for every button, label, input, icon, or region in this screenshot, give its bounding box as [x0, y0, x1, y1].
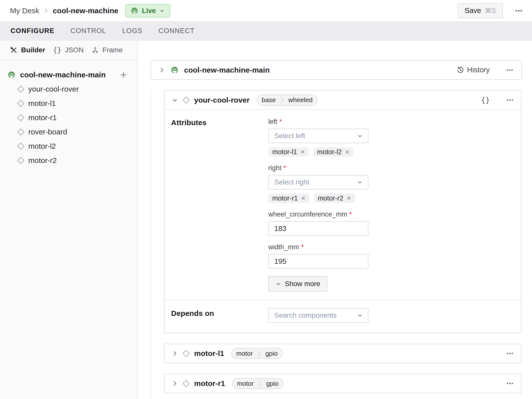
history-clock-icon: [457, 66, 464, 74]
tree-item-motor-l1[interactable]: motor-l1: [0, 96, 137, 110]
live-status-label: Live: [142, 7, 156, 15]
badge-type: motor: [232, 350, 257, 357]
chevron-down-icon: [357, 312, 363, 318]
label-text: right: [268, 164, 282, 172]
chip-motor-l1[interactable]: motor-l1 ×: [268, 147, 309, 157]
badge-type: motor: [232, 380, 258, 387]
wheel-circumference-input[interactable]: [268, 221, 368, 236]
view-switcher: Builder {} JSON Frame: [0, 41, 137, 60]
app-window: My Desk cool-new-machine Live Save ⌘S: [0, 0, 532, 399]
machine-part-icon: [171, 66, 179, 74]
expand-chevron-right-icon[interactable]: [172, 350, 178, 357]
breadcrumb-parent-link[interactable]: My Desk: [10, 7, 39, 15]
save-button[interactable]: Save ⌘S: [458, 3, 503, 18]
required-asterisk: *: [284, 164, 286, 172]
tree-item-rover-board[interactable]: rover-board: [0, 125, 137, 139]
view-builder-label: Builder: [21, 46, 45, 54]
attributes-heading: Attributes: [165, 110, 268, 300]
chip-motor-r1[interactable]: motor-r1 ×: [268, 193, 309, 203]
expand-chevron-right-icon[interactable]: [172, 380, 178, 387]
label-text: left: [268, 118, 277, 126]
save-shortcut-hint: ⌘S: [485, 7, 496, 15]
tree-item-label: motor-r2: [28, 156, 57, 165]
rover-card-header: your-cool-rover base wheeled {}: [165, 91, 521, 110]
expand-chevron-right-icon[interactable]: [159, 67, 165, 73]
view-frame[interactable]: Frame: [91, 46, 123, 54]
required-asterisk: *: [279, 118, 282, 126]
collapse-chevron-down-icon[interactable]: [172, 97, 178, 103]
remove-chip-icon[interactable]: ×: [347, 194, 351, 202]
field-left: left * Select left motor-l1 ×: [268, 118, 368, 157]
field-wheel-circumference: wheel_circumference_mm *: [268, 211, 368, 236]
chip-motor-r2[interactable]: motor-r2 ×: [314, 193, 355, 203]
label-text: width_mm: [268, 243, 299, 251]
component-diamond-icon: [17, 85, 24, 92]
machine-part-card: cool-new-machine-main History: [151, 60, 522, 80]
part-menu-button[interactable]: [506, 66, 514, 74]
motor-r1-menu-button[interactable]: [506, 379, 514, 387]
badge-divider-chevron: [280, 95, 284, 106]
frame-axes-icon: [91, 46, 99, 54]
rover-component-card: your-cool-rover base wheeled {} Attribut…: [164, 90, 521, 333]
motor-r1-title: motor-r1: [194, 379, 225, 388]
badge-type: base: [257, 96, 280, 104]
select-right-placeholder: Select right: [274, 178, 309, 186]
view-json[interactable]: {} JSON: [53, 46, 84, 54]
tree-item-your-cool-rover[interactable]: your-cool-rover: [0, 82, 137, 96]
attributes-fields: left * Select left motor-l1 ×: [268, 110, 368, 300]
badge-divider-chevron: [258, 378, 262, 389]
tab-control[interactable]: CONTROL: [71, 27, 106, 35]
history-label: History: [467, 66, 490, 74]
chevron-down-icon: [357, 179, 363, 185]
history-button[interactable]: History: [457, 66, 490, 74]
motor-l1-menu-button[interactable]: [506, 349, 514, 357]
tree-root-label: cool-new-machine-main: [20, 71, 115, 79]
chip-label: motor-l1: [272, 148, 297, 156]
remove-chip-icon[interactable]: ×: [301, 194, 305, 202]
machine-part-title: cool-new-machine-main: [184, 66, 270, 74]
overflow-menu-button[interactable]: [514, 7, 523, 15]
add-component-button[interactable]: [120, 71, 127, 79]
right-chips: motor-r1 × motor-r2 ×: [268, 193, 368, 203]
required-asterisk: *: [349, 211, 352, 218]
rover-menu-button[interactable]: [506, 96, 514, 104]
remove-chip-icon[interactable]: ×: [301, 148, 305, 156]
machine-part-icon: [8, 71, 16, 79]
motor-l1-title: motor-l1: [194, 349, 224, 358]
chevron-down-icon: [159, 8, 165, 14]
view-json-label: JSON: [65, 46, 84, 54]
save-button-label: Save: [465, 7, 481, 15]
tab-configure[interactable]: CONFIGURE: [11, 27, 55, 35]
tree-root-machine-part[interactable]: cool-new-machine-main: [0, 68, 137, 82]
view-builder[interactable]: Builder: [10, 46, 45, 54]
live-status-dropdown[interactable]: Live: [125, 4, 170, 18]
depends-on-fields: Search components: [268, 300, 368, 333]
select-right-dropdown[interactable]: Select right: [268, 175, 368, 189]
breadcrumb: My Desk cool-new-machine: [10, 7, 118, 15]
tree-item-label: your-cool-rover: [28, 85, 79, 93]
field-width-label: width_mm *: [268, 243, 368, 251]
select-left-dropdown[interactable]: Select left: [268, 129, 368, 143]
motor-r1-card: motor-r1 motor gpio: [164, 374, 521, 393]
select-left-placeholder: Select left: [274, 132, 305, 140]
badge-model: wheeled: [284, 96, 317, 104]
search-components-dropdown[interactable]: Search components: [268, 308, 368, 323]
show-more-button[interactable]: Show more: [268, 276, 327, 292]
braces-icon: {}: [53, 46, 62, 54]
tab-connect[interactable]: CONNECT: [159, 27, 195, 35]
search-components-placeholder: Search components: [274, 311, 337, 319]
badge-model: gpio: [262, 380, 283, 387]
tree-item-motor-l2[interactable]: motor-l2: [0, 139, 137, 153]
component-diamond-icon: [17, 157, 24, 164]
badge-divider-chevron: [257, 348, 261, 359]
edit-json-button[interactable]: {}: [481, 96, 490, 104]
field-right: right * Select right motor-r1 ×: [268, 164, 368, 203]
tree-item-motor-r1[interactable]: motor-r1: [0, 110, 137, 125]
width-input[interactable]: [268, 254, 368, 269]
rover-title: your-cool-rover: [194, 96, 250, 104]
remove-chip-icon[interactable]: ×: [345, 148, 349, 156]
part-children-rail: [151, 89, 151, 399]
chip-motor-l2[interactable]: motor-l2 ×: [313, 147, 353, 157]
tab-logs[interactable]: LOGS: [122, 27, 143, 35]
tree-item-motor-r2[interactable]: motor-r2: [0, 153, 137, 167]
